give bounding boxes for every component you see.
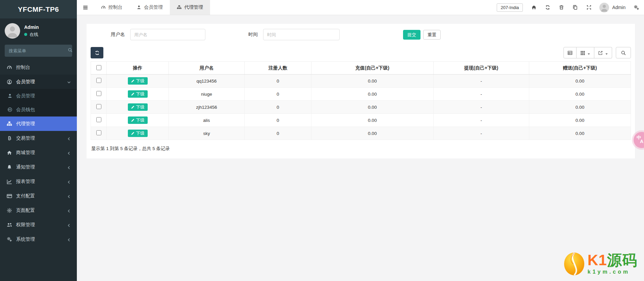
sidebar-search-input[interactable]: [9, 48, 68, 53]
table-row: 下级 qq123456 0 0.00 - 0.00: [91, 75, 631, 88]
subordinate-button[interactable]: 下级: [128, 90, 148, 98]
row-checkbox[interactable]: [96, 117, 101, 122]
region-selector-button[interactable]: 207-India: [497, 3, 523, 12]
row-checkbox[interactable]: [96, 78, 101, 83]
view-button-group: [563, 47, 612, 58]
time-filter-input[interactable]: [263, 29, 340, 40]
sidebar-item-permission-management[interactable]: 权限管理: [0, 218, 77, 232]
sidebar-submenu-member: 会员管理 会员钱包: [0, 89, 77, 116]
sidebar-item-mall-management[interactable]: 商城管理: [0, 145, 77, 160]
search-icon[interactable]: [68, 48, 72, 54]
sidebar-item-system-management[interactable]: 系统管理: [0, 232, 77, 246]
chevron-left-icon: [67, 136, 71, 140]
sidebar-subitem-member-list[interactable]: 会员管理: [0, 89, 77, 103]
chevron-down-icon: [67, 80, 71, 84]
subordinate-button[interactable]: 下级: [128, 77, 148, 85]
sidebar: YFCMF-TP6 Admin 在线 控制台 会员管理: [0, 0, 77, 281]
sidebar-item-notice-management[interactable]: 通知管理: [0, 160, 77, 174]
cell-gift: 0.00: [529, 127, 631, 140]
row-checkbox[interactable]: [96, 130, 101, 135]
cell-withdraw: -: [434, 114, 529, 127]
refresh-icon: [95, 50, 100, 55]
tab-dashboard[interactable]: 控制台: [94, 0, 130, 15]
cell-recharge: 0.00: [311, 114, 434, 127]
app-logo: YFCMF-TP6: [0, 0, 77, 18]
pencil-icon: [131, 79, 135, 83]
sidebar-item-agent-management[interactable]: 代理管理: [0, 116, 77, 131]
chevron-left-icon: [67, 237, 71, 241]
cell-recharge: 0.00: [311, 75, 434, 88]
sidebar-item-member-management[interactable]: 会员管理: [0, 75, 77, 89]
topbar-user-name[interactable]: Admin: [612, 5, 626, 10]
sidebar-menu: 控制台 会员管理 会员管理 会员钱包 代理管理: [0, 60, 77, 246]
avatar[interactable]: [599, 3, 609, 12]
online-status-label: 在线: [30, 32, 38, 38]
cell-reg-count: 0: [245, 127, 311, 140]
cell-gift: 0.00: [529, 114, 631, 127]
submit-button[interactable]: 提交: [403, 30, 420, 40]
chart-icon: [7, 179, 12, 184]
sidebar-item-label: 权限管理: [16, 222, 35, 228]
pencil-icon: [131, 105, 135, 109]
sidebar-item-trade-management[interactable]: 交易管理: [0, 131, 77, 145]
username-filter-input[interactable]: [130, 29, 205, 40]
sidebar-item-page-config[interactable]: 页面配置: [0, 203, 77, 218]
toggle-view-button[interactable]: [563, 47, 577, 58]
cell-username: alis: [169, 114, 245, 127]
subordinate-button[interactable]: 下级: [128, 116, 148, 124]
cell-withdraw: -: [434, 127, 529, 140]
cell-gift: 0.00: [529, 101, 631, 114]
sidebar-item-dashboard[interactable]: 控制台: [0, 60, 77, 75]
refresh-icon[interactable]: [545, 5, 550, 10]
cell-withdraw: -: [434, 88, 529, 101]
sidebar-item-report-management[interactable]: 报表管理: [0, 174, 77, 189]
sidebar-subitem-label: 会员管理: [16, 93, 35, 99]
column-header-action: 操作: [107, 62, 169, 75]
tab-agent-management[interactable]: 代理管理: [170, 0, 210, 15]
grid-icon: [580, 50, 585, 55]
tab-member-management[interactable]: 会员管理: [130, 0, 170, 15]
watermark-domain: k1ym.com: [588, 269, 637, 275]
row-checkbox[interactable]: [96, 104, 101, 109]
avatar: [5, 23, 20, 39]
cell-withdraw: -: [434, 101, 529, 114]
cogs-icon[interactable]: [634, 5, 639, 10]
home-icon[interactable]: [531, 5, 537, 10]
sidebar-user-panel: Admin 在线: [0, 18, 77, 42]
cell-gift: 0.00: [529, 88, 631, 101]
columns-dropdown-button[interactable]: [577, 47, 594, 58]
chevron-left-icon: [67, 165, 71, 169]
chevron-left-icon: [67, 151, 71, 154]
select-all-checkbox[interactable]: [96, 65, 101, 70]
sidebar-item-label: 控制台: [16, 64, 30, 71]
subordinate-button[interactable]: 下级: [128, 103, 148, 111]
trash-icon[interactable]: [559, 5, 564, 10]
export-icon: [598, 50, 603, 55]
cell-reg-count: 0: [245, 75, 311, 88]
copy-icon[interactable]: [573, 5, 578, 10]
row-checkbox[interactable]: [96, 91, 101, 96]
cell-username: qq123456: [169, 75, 245, 88]
sidebar-item-payment-config[interactable]: 支付配置: [0, 189, 77, 203]
column-header-gift: 赠送(自己+下级): [529, 62, 631, 75]
sidebar-subitem-member-wallet[interactable]: 会员钱包: [0, 103, 77, 116]
reset-button[interactable]: 重置: [423, 30, 441, 40]
refresh-table-button[interactable]: [91, 47, 103, 58]
table-row: 下级 sky 0 0.00 - 0.00: [91, 127, 631, 140]
topbar-tabs: 控制台 会员管理 代理管理: [94, 0, 210, 15]
sidebar-item-label: 页面配置: [16, 207, 35, 214]
watermark-brand-prefix: K1: [588, 252, 607, 268]
cell-reg-count: 0: [245, 101, 311, 114]
fullscreen-icon[interactable]: [586, 5, 592, 10]
table-view-icon: [567, 50, 573, 55]
table-toolbar: [91, 47, 631, 58]
sidebar-item-label: 交易管理: [16, 135, 35, 141]
user-icon: [7, 93, 12, 98]
home-icon: [7, 150, 12, 155]
sidebar-item-label: 通知管理: [16, 164, 35, 170]
table-search-button[interactable]: [616, 47, 631, 58]
watermark-brand-cn: 源码: [607, 252, 637, 268]
export-dropdown-button[interactable]: [594, 47, 612, 58]
subordinate-button[interactable]: 下级: [128, 130, 148, 137]
sidebar-toggle-button[interactable]: [77, 0, 94, 15]
